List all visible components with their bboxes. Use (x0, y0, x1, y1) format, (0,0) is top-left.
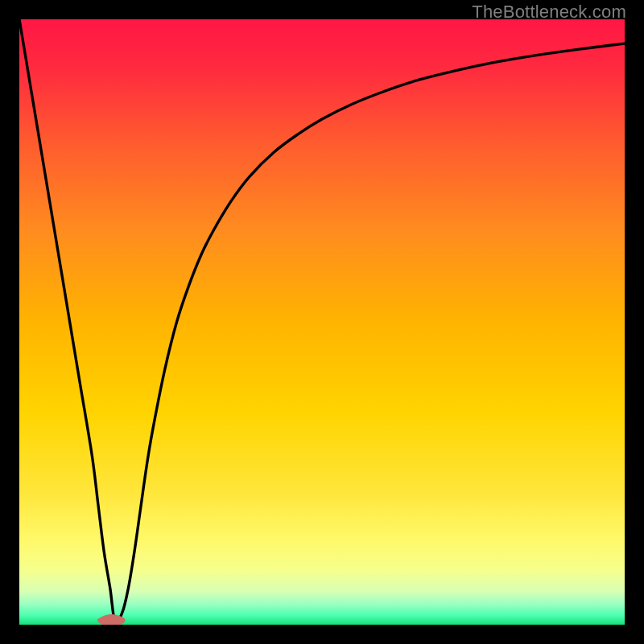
chart-frame: TheBottleneck.com (0, 0, 644, 644)
bottleneck-curve (19, 19, 625, 623)
curve-layer (19, 19, 625, 625)
plot-area (19, 19, 625, 625)
